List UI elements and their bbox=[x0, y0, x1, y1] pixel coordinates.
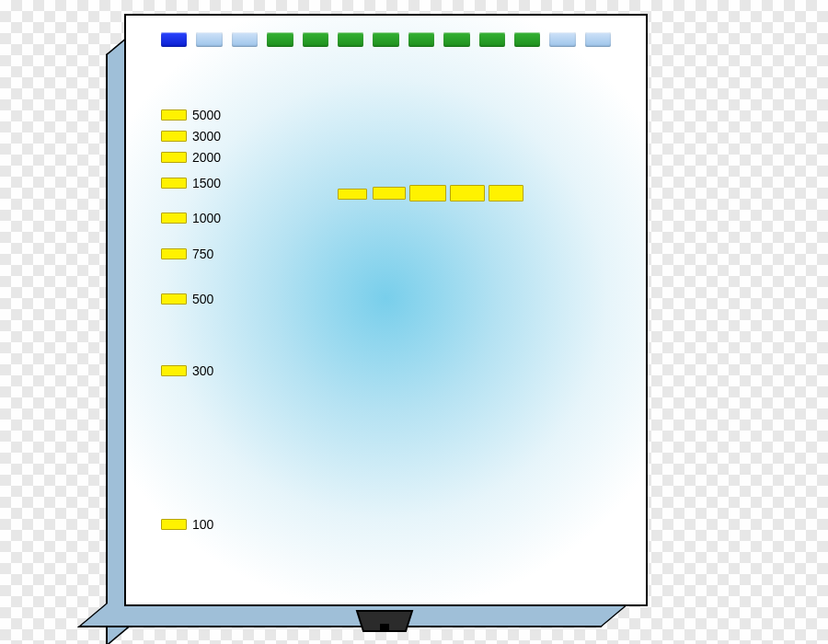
ladder-band bbox=[161, 131, 187, 142]
loading-well bbox=[303, 32, 328, 47]
loading-well bbox=[373, 32, 398, 47]
gel-electrophoresis-device: 50003000200015001000750500300100 bbox=[124, 14, 644, 626]
ladder-size-label: 5000 bbox=[192, 108, 221, 122]
bottom-tray-icon bbox=[352, 609, 417, 637]
ladder-marker: 5000 bbox=[161, 108, 221, 122]
svg-rect-0 bbox=[380, 624, 389, 631]
loading-well bbox=[443, 32, 469, 47]
ladder-band bbox=[161, 365, 187, 376]
ladder-marker: 300 bbox=[161, 363, 213, 378]
loading-well bbox=[338, 32, 363, 47]
ladder-size-label: 1000 bbox=[192, 211, 221, 225]
ladder-marker: 750 bbox=[161, 247, 213, 261]
ladder-band bbox=[161, 152, 187, 163]
loading-well bbox=[479, 32, 505, 47]
ladder-band bbox=[161, 213, 187, 224]
ladder-marker: 3000 bbox=[161, 129, 221, 144]
ladder-marker: 1500 bbox=[161, 176, 221, 190]
loading-well bbox=[549, 32, 575, 47]
ladder-band bbox=[161, 248, 187, 259]
ladder-size-label: 500 bbox=[192, 292, 213, 306]
ladder-band bbox=[161, 178, 187, 189]
dna-ladder-lane: 50003000200015001000750500300100 bbox=[161, 16, 271, 604]
loading-well bbox=[514, 32, 540, 47]
ladder-size-label: 300 bbox=[192, 363, 213, 378]
ladder-band bbox=[161, 293, 187, 305]
sample-band bbox=[338, 189, 367, 200]
ladder-size-label: 1500 bbox=[192, 176, 221, 190]
ladder-marker: 1000 bbox=[161, 211, 221, 225]
ladder-size-label: 100 bbox=[192, 517, 213, 532]
ladder-marker: 2000 bbox=[161, 150, 221, 165]
sample-band bbox=[489, 185, 523, 201]
sample-band bbox=[450, 185, 485, 201]
ladder-marker: 500 bbox=[161, 292, 213, 306]
ladder-size-label: 750 bbox=[192, 247, 213, 261]
ladder-band bbox=[161, 109, 187, 121]
sample-band bbox=[409, 185, 446, 201]
ladder-band bbox=[161, 519, 187, 530]
loading-well bbox=[585, 32, 611, 47]
sample-band bbox=[373, 187, 406, 200]
ladder-size-label: 3000 bbox=[192, 129, 221, 144]
gel-front-face: 50003000200015001000750500300100 bbox=[124, 14, 648, 606]
loading-well bbox=[408, 32, 434, 47]
ladder-marker: 100 bbox=[161, 517, 213, 532]
ladder-size-label: 2000 bbox=[192, 150, 221, 165]
